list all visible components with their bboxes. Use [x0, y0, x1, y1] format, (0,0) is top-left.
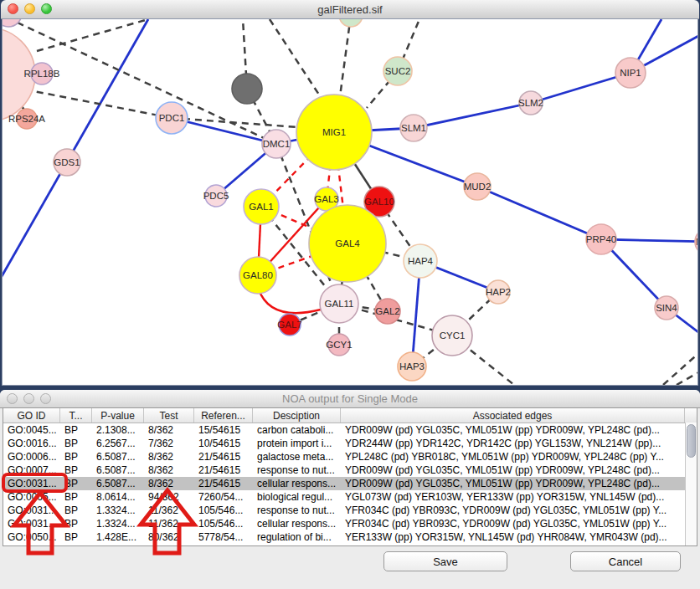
- table-cell: 105/546...: [194, 517, 253, 530]
- table-cell: GO:0006...: [3, 450, 60, 464]
- graph-edge: [25, 90, 172, 118]
- table-cell: 8/362: [144, 450, 194, 464]
- column-header-associated-edges[interactable]: Associated edges: [341, 408, 685, 423]
- noa-results-table: GO IDT...P-valueTestReferen...Desciption…: [3, 407, 697, 546]
- graph-node-label: GAL3: [314, 194, 338, 204]
- table-row[interactable]: GO:0065...BP8.0614...94/3627260/54...bio…: [3, 490, 697, 504]
- graph-edge: [339, 19, 351, 103]
- column-header-p-value[interactable]: P-value: [92, 408, 144, 423]
- network-window-title: galFiltered.sif: [317, 3, 382, 16]
- minimize-button[interactable]: [24, 3, 35, 14]
- table-cell: regulation of bi...: [253, 530, 341, 544]
- table-row[interactable]: GO:0007...BP6.5087...8/36221/54615respon…: [3, 464, 697, 477]
- table-cell: GO:0007...: [3, 464, 60, 477]
- table-cell: GO:0045...: [3, 423, 60, 437]
- table-cell: 6.5087...: [92, 477, 144, 490]
- table-cell: BP: [60, 464, 92, 477]
- table-cell: 21/54615: [194, 464, 253, 477]
- cancel-button[interactable]: Cancel: [570, 551, 681, 571]
- graph-node-label: SLM1: [401, 123, 426, 133]
- table-cell: carbon cataboli...: [253, 423, 341, 437]
- minimize-button[interactable]: [23, 393, 34, 404]
- column-header-desciption[interactable]: Desciption: [253, 408, 341, 423]
- noa-window-titlebar[interactable]: NOA output for Single Mode: [0, 390, 700, 408]
- graph-node-label: MIG1: [322, 127, 346, 137]
- column-header-referen-[interactable]: Referen...: [194, 408, 253, 423]
- graph-node-label: PDC1: [159, 113, 185, 123]
- table-cell: 8.0614...: [92, 490, 144, 504]
- table-row[interactable]: GO:0045...BP2.1308...8/36215/54615carbon…: [3, 423, 697, 437]
- table-cell: 8/362: [144, 477, 194, 490]
- network-graph: RPL18BRPS24AGDS1PDC1PDC5DMC1MIG1SUC2SLM1…: [3, 19, 697, 385]
- table-cell: GO:0031...: [3, 504, 60, 517]
- table-cell: 21/54615: [194, 450, 253, 464]
- table-body: GO:0045...BP2.1308...8/36215/54615carbon…: [3, 423, 697, 544]
- table-cell: 11/362: [144, 504, 194, 517]
- table-cell: 6.5087...: [92, 450, 144, 464]
- table-cell: BP: [60, 530, 92, 544]
- table-cell: BP: [60, 490, 92, 504]
- close-button[interactable]: [8, 3, 18, 14]
- table-cell: GO:0016...: [3, 437, 60, 450]
- table-cell: YPL248C (pd) YBR018C, YML051W (pp) YDR00…: [341, 450, 685, 464]
- graph-node[interactable]: [339, 19, 363, 27]
- table-cell: 8/362: [144, 464, 194, 477]
- graph-node-label: PRP40: [586, 234, 616, 244]
- table-cell: protein import i...: [253, 437, 341, 450]
- table-cell: BP: [60, 477, 92, 490]
- noa-window-title: NOA output for Single Mode: [282, 392, 418, 405]
- graph-edge: [259, 289, 321, 313]
- table-cell: YFR034C (pd) YBR093C, YDR009W (pd) YGL03…: [341, 517, 685, 530]
- network-window-titlebar[interactable]: galFiltered.sif: [1, 0, 699, 19]
- table-cell: galactose meta...: [253, 450, 341, 464]
- table-cell: YDR009W (pd) YGL035C, YML051W (pp) YDR00…: [341, 477, 685, 490]
- graph-node-label: PDC5: [203, 191, 229, 201]
- table-cell: 1.3324...: [92, 517, 144, 530]
- table-cell: GO:0050...: [3, 530, 60, 544]
- graph-node-label: RPL18B: [24, 69, 60, 79]
- table-row[interactable]: GO:0031...BP1.3324...11/362105/546...res…: [3, 504, 697, 517]
- table-cell: 21/54615: [194, 477, 253, 490]
- table-cell: 7/362: [144, 437, 194, 450]
- table-header: GO IDT...P-valueTestReferen...Desciption…: [3, 408, 697, 423]
- table-cell: cellular respons...: [253, 517, 341, 530]
- table-cell: 1.3324...: [92, 504, 144, 517]
- table-cell: cellular respons...: [253, 477, 341, 490]
- zoom-button[interactable]: [40, 393, 51, 404]
- close-button[interactable]: [7, 393, 18, 404]
- table-row[interactable]: GO:0031...BP6.5087...8/36221/54615cellul…: [3, 477, 697, 490]
- table-cell: 80/362: [144, 530, 194, 544]
- zoom-button[interactable]: [41, 3, 52, 14]
- table-row[interactable]: GO:0031...BP1.3324...11/362105/546...cel…: [3, 517, 697, 530]
- network-canvas[interactable]: RPL18BRPS24AGDS1PDC1PDC5DMC1MIG1SUC2SLM1…: [2, 18, 698, 386]
- table-cell: GO:0031...: [3, 517, 60, 530]
- table-row[interactable]: GO:0050...BP1.428E...80/3625778/54...reg…: [3, 530, 697, 544]
- column-header-test[interactable]: Test: [144, 408, 194, 423]
- graph-node-label: MSL1: [696, 237, 697, 247]
- graph-node-label: GAL10: [364, 197, 394, 207]
- graph-node-label: DMC1: [263, 139, 291, 149]
- table-cell: response to nut...: [253, 504, 341, 517]
- table-cell: GO:0065...: [3, 490, 60, 504]
- table-row[interactable]: GO:0006...BP6.5087...8/36221/54615galact…: [3, 450, 697, 464]
- column-header-t-[interactable]: T...: [60, 408, 92, 423]
- column-header-go-id[interactable]: GO ID: [3, 408, 60, 423]
- graph-node-label: HAP3: [399, 361, 425, 371]
- table-row[interactable]: GO:0016...BP6.2567...7/36210/54615protei…: [3, 437, 697, 450]
- graph-node-label: SLM2: [518, 98, 543, 108]
- graph-edge: [477, 187, 601, 239]
- table-cell: 10/54615: [194, 437, 253, 450]
- table-cell: YGL073W (pd) YER103W, YER133W (pp) YOR31…: [341, 490, 685, 504]
- table-cell: YDR244W (pp) YDR142C, YDR142C (pp) YGL15…: [341, 437, 685, 450]
- table-cell: 2.1308...: [92, 423, 144, 437]
- vertical-scrollbar[interactable]: [685, 423, 697, 545]
- save-button[interactable]: Save: [383, 551, 507, 571]
- scrollbar-thumb[interactable]: [687, 424, 696, 458]
- table-cell: YDR009W (pd) YGL035C, YML051W (pp) YDR00…: [341, 423, 685, 437]
- table-cell: 6.2567...: [92, 437, 144, 450]
- table-cell: 15/54615: [194, 423, 253, 437]
- graph-node[interactable]: [232, 74, 262, 104]
- table-cell: BP: [60, 504, 92, 517]
- table-cell: 94/362: [144, 490, 194, 504]
- graph-node-label: CYC1: [440, 330, 466, 341]
